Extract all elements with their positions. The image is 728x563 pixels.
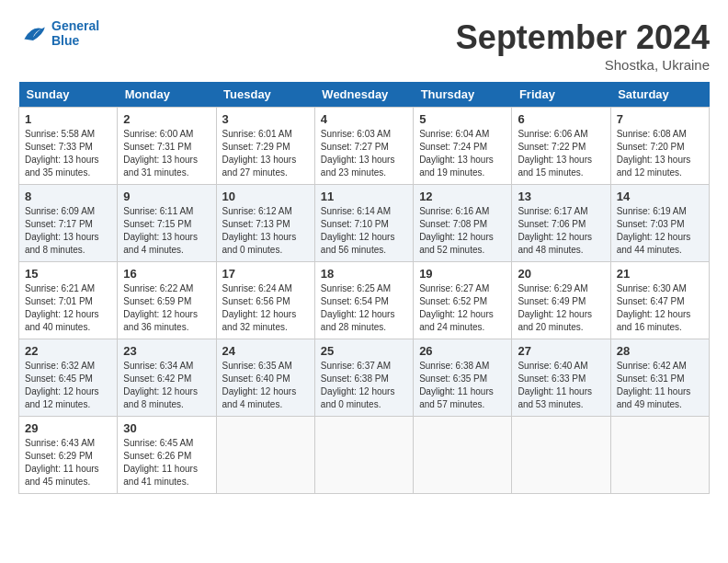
calendar-day-cell: 28Sunrise: 6:42 AMSunset: 6:31 PMDayligh… (610, 339, 709, 417)
calendar-day-cell: 15Sunrise: 6:21 AMSunset: 7:01 PMDayligh… (19, 262, 118, 339)
calendar-day-cell: 5Sunrise: 6:04 AMSunset: 7:24 PMDaylight… (414, 108, 512, 185)
day-info: Sunrise: 6:19 AMSunset: 7:03 PMDaylight:… (617, 205, 703, 257)
day-info: Sunrise: 6:11 AMSunset: 7:15 PMDaylight:… (123, 205, 210, 257)
day-number: 29 (25, 421, 111, 435)
calendar-day-cell: 30Sunrise: 6:45 AMSunset: 6:26 PMDayligh… (118, 417, 216, 494)
calendar-day-cell: 13Sunrise: 6:17 AMSunset: 7:06 PMDayligh… (512, 185, 610, 262)
day-info: Sunrise: 6:38 AMSunset: 6:35 PMDaylight:… (419, 360, 506, 411)
day-number: 20 (518, 267, 604, 281)
calendar-day-cell: 7Sunrise: 6:08 AMSunset: 7:20 PMDaylight… (610, 108, 709, 185)
day-info: Sunrise: 6:34 AMSunset: 6:42 PMDaylight:… (123, 360, 210, 411)
day-number: 18 (321, 267, 407, 281)
location-subtitle: Shostka, Ukraine (456, 57, 710, 73)
weekday-header-saturday: Saturday (610, 82, 709, 108)
day-number: 3 (222, 112, 309, 126)
day-info: Sunrise: 6:24 AMSunset: 6:56 PMDaylight:… (222, 282, 309, 334)
day-number: 21 (617, 267, 703, 281)
day-info: Sunrise: 6:45 AMSunset: 6:26 PMDaylight:… (123, 437, 210, 488)
calendar-week-row: 15Sunrise: 6:21 AMSunset: 7:01 PMDayligh… (19, 262, 710, 339)
calendar-day-cell (610, 417, 709, 494)
calendar-day-cell (314, 417, 413, 494)
calendar-day-cell: 9Sunrise: 6:11 AMSunset: 7:15 PMDaylight… (118, 185, 216, 262)
calendar-day-cell: 25Sunrise: 6:37 AMSunset: 6:38 PMDayligh… (314, 339, 413, 417)
logo: General Blue (18, 18, 99, 48)
day-info: Sunrise: 6:12 AMSunset: 7:13 PMDaylight:… (222, 205, 309, 257)
calendar-day-cell: 17Sunrise: 6:24 AMSunset: 6:56 PMDayligh… (216, 262, 314, 339)
page-header: General Blue September 2024 Shostka, Ukr… (18, 18, 710, 73)
weekday-header-sunday: Sunday (19, 82, 118, 108)
day-info: Sunrise: 6:27 AMSunset: 6:52 PMDaylight:… (419, 282, 506, 334)
calendar-day-cell: 21Sunrise: 6:30 AMSunset: 6:47 PMDayligh… (610, 262, 709, 339)
title-block: September 2024 Shostka, Ukraine (456, 18, 710, 73)
logo-icon (18, 18, 48, 48)
day-info: Sunrise: 6:42 AMSunset: 6:31 PMDaylight:… (617, 360, 703, 411)
calendar-day-cell: 27Sunrise: 6:40 AMSunset: 6:33 PMDayligh… (512, 339, 610, 417)
weekday-header-friday: Friday (512, 82, 610, 108)
calendar-day-cell: 1Sunrise: 5:58 AMSunset: 7:33 PMDaylight… (19, 108, 118, 185)
weekday-header-tuesday: Tuesday (216, 82, 314, 108)
day-info: Sunrise: 6:32 AMSunset: 6:45 PMDaylight:… (25, 360, 111, 411)
day-info: Sunrise: 6:35 AMSunset: 6:40 PMDaylight:… (222, 360, 309, 411)
day-info: Sunrise: 6:43 AMSunset: 6:29 PMDaylight:… (25, 437, 111, 488)
calendar-table: SundayMondayTuesdayWednesdayThursdayFrid… (18, 82, 710, 494)
day-number: 5 (419, 112, 506, 126)
day-info: Sunrise: 6:21 AMSunset: 7:01 PMDaylight:… (25, 282, 111, 334)
calendar-day-cell: 29Sunrise: 6:43 AMSunset: 6:29 PMDayligh… (19, 417, 118, 494)
calendar-day-cell: 4Sunrise: 6:03 AMSunset: 7:27 PMDaylight… (314, 108, 413, 185)
calendar-day-cell: 10Sunrise: 6:12 AMSunset: 7:13 PMDayligh… (216, 185, 314, 262)
day-number: 22 (25, 344, 111, 358)
day-number: 8 (25, 190, 111, 203)
day-number: 15 (25, 267, 111, 281)
day-number: 14 (617, 190, 703, 203)
day-number: 6 (518, 112, 604, 126)
calendar-day-cell: 8Sunrise: 6:09 AMSunset: 7:17 PMDaylight… (19, 185, 118, 262)
day-number: 13 (518, 190, 604, 203)
calendar-day-cell (414, 417, 512, 494)
day-number: 11 (321, 190, 407, 203)
calendar-week-row: 29Sunrise: 6:43 AMSunset: 6:29 PMDayligh… (19, 417, 710, 494)
day-number: 9 (123, 190, 210, 203)
calendar-day-cell: 20Sunrise: 6:29 AMSunset: 6:49 PMDayligh… (512, 262, 610, 339)
day-info: Sunrise: 6:29 AMSunset: 6:49 PMDaylight:… (518, 282, 604, 334)
day-number: 16 (123, 267, 210, 281)
day-number: 4 (321, 112, 407, 126)
day-info: Sunrise: 6:14 AMSunset: 7:10 PMDaylight:… (321, 205, 407, 257)
calendar-day-cell: 26Sunrise: 6:38 AMSunset: 6:35 PMDayligh… (414, 339, 512, 417)
day-info: Sunrise: 6:08 AMSunset: 7:20 PMDaylight:… (617, 128, 703, 179)
calendar-day-cell: 6Sunrise: 6:06 AMSunset: 7:22 PMDaylight… (512, 108, 610, 185)
calendar-week-row: 22Sunrise: 6:32 AMSunset: 6:45 PMDayligh… (19, 339, 710, 417)
day-number: 30 (123, 421, 210, 435)
day-info: Sunrise: 6:17 AMSunset: 7:06 PMDaylight:… (518, 205, 604, 257)
calendar-week-row: 8Sunrise: 6:09 AMSunset: 7:17 PMDaylight… (19, 185, 710, 262)
calendar-day-cell: 23Sunrise: 6:34 AMSunset: 6:42 PMDayligh… (118, 339, 216, 417)
day-info: Sunrise: 6:16 AMSunset: 7:08 PMDaylight:… (419, 205, 506, 257)
day-info: Sunrise: 6:22 AMSunset: 6:59 PMDaylight:… (123, 282, 210, 334)
calendar-day-cell (512, 417, 610, 494)
calendar-day-cell: 22Sunrise: 6:32 AMSunset: 6:45 PMDayligh… (19, 339, 118, 417)
day-number: 17 (222, 267, 309, 281)
weekday-header-monday: Monday (118, 82, 216, 108)
calendar-day-cell (216, 417, 314, 494)
calendar-week-row: 1Sunrise: 5:58 AMSunset: 7:33 PMDaylight… (19, 108, 710, 185)
calendar-day-cell: 16Sunrise: 6:22 AMSunset: 6:59 PMDayligh… (118, 262, 216, 339)
calendar-day-cell: 2Sunrise: 6:00 AMSunset: 7:31 PMDaylight… (118, 108, 216, 185)
calendar-day-cell: 12Sunrise: 6:16 AMSunset: 7:08 PMDayligh… (414, 185, 512, 262)
day-number: 28 (617, 344, 703, 358)
day-number: 12 (419, 190, 506, 203)
day-info: Sunrise: 6:06 AMSunset: 7:22 PMDaylight:… (518, 128, 604, 179)
weekday-header-wednesday: Wednesday (314, 82, 413, 108)
day-number: 7 (617, 112, 703, 126)
day-number: 23 (123, 344, 210, 358)
day-number: 27 (518, 344, 604, 358)
day-info: Sunrise: 5:58 AMSunset: 7:33 PMDaylight:… (25, 128, 111, 179)
calendar-day-cell: 14Sunrise: 6:19 AMSunset: 7:03 PMDayligh… (610, 185, 709, 262)
day-number: 2 (123, 112, 210, 126)
weekday-header-thursday: Thursday (414, 82, 512, 108)
calendar-day-cell: 11Sunrise: 6:14 AMSunset: 7:10 PMDayligh… (314, 185, 413, 262)
day-info: Sunrise: 6:09 AMSunset: 7:17 PMDaylight:… (25, 205, 111, 257)
day-info: Sunrise: 6:37 AMSunset: 6:38 PMDaylight:… (321, 360, 407, 411)
calendar-day-cell: 18Sunrise: 6:25 AMSunset: 6:54 PMDayligh… (314, 262, 413, 339)
weekday-header-row: SundayMondayTuesdayWednesdayThursdayFrid… (19, 82, 710, 108)
day-number: 1 (25, 112, 111, 126)
calendar-day-cell: 19Sunrise: 6:27 AMSunset: 6:52 PMDayligh… (414, 262, 512, 339)
